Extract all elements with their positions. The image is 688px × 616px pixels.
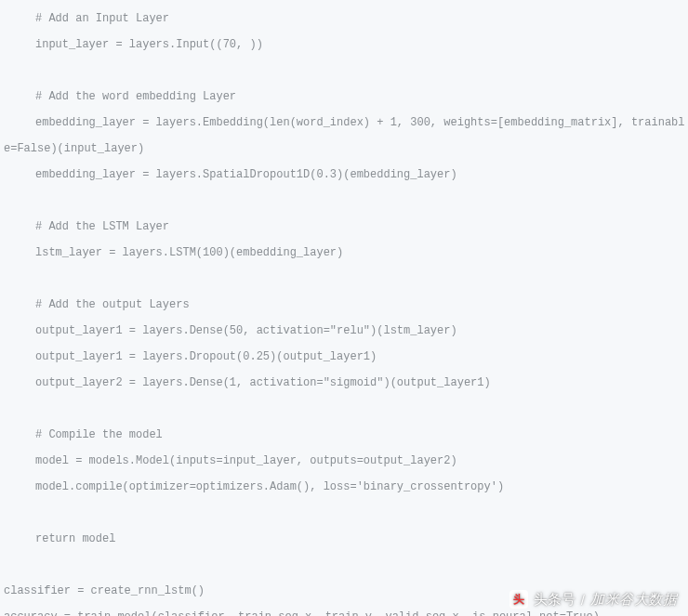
code-line: output_layer2 = layers.Dense(1, activati… (0, 370, 688, 396)
code-line (0, 266, 688, 292)
code-line: return model (0, 526, 688, 552)
code-line: classifier = create_rnn_lstm() (0, 578, 688, 604)
code-line: # Add the word embedding Layer (0, 84, 688, 110)
code-line: embedding_layer = layers.SpatialDropout1… (0, 162, 688, 188)
code-block: # Add an Input Layerinput_layer = layers… (0, 0, 688, 616)
code-line: # Add the LSTM Layer (0, 214, 688, 240)
code-line: output_layer1 = layers.Dense(50, activat… (0, 318, 688, 344)
code-line (0, 396, 688, 422)
code-line (0, 58, 688, 84)
code-line: output_layer1 = layers.Dropout(0.25)(out… (0, 344, 688, 370)
code-line: embedding_layer = layers.Embedding(len(w… (0, 110, 688, 136)
code-line: lstm_layer = layers.LSTM(100)(embedding_… (0, 240, 688, 266)
code-line: input_layer = layers.Input((70, )) (0, 32, 688, 58)
code-line: # Compile the model (0, 422, 688, 448)
code-line (0, 552, 688, 578)
code-line: accuracy = train_model(classifier, train… (0, 604, 688, 616)
code-line: # Add an Input Layer (0, 6, 688, 32)
code-line: model = models.Model(inputs=input_layer,… (0, 448, 688, 474)
code-line: # Add the output Layers (0, 292, 688, 318)
code-line (0, 500, 688, 526)
code-line (0, 188, 688, 214)
code-line: model.compile(optimizer=optimizers.Adam(… (0, 474, 688, 500)
code-line: e=False)(input_layer) (0, 136, 688, 162)
